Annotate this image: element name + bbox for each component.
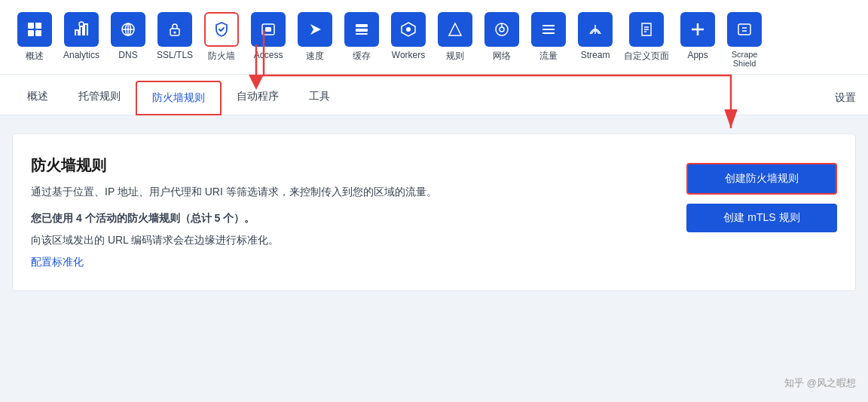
traffic-icon	[531, 12, 566, 47]
custom-pages-icon	[629, 12, 664, 47]
svg-rect-14	[356, 24, 368, 27]
cache-icon	[344, 12, 379, 47]
nav-item-firewall[interactable]: 防火墙	[199, 9, 244, 69]
rules-icon	[438, 12, 472, 47]
watermark: 知乎 @风之暇想	[784, 376, 856, 390]
nav-label-dns: DNS	[118, 50, 137, 60]
nav-label-traffic: 流量	[539, 50, 558, 63]
svg-marker-13	[310, 24, 321, 35]
sub-navigation: 概述 托管规则 防火墙规则 自动程序 工具 设置	[0, 81, 868, 115]
svg-rect-32	[738, 24, 750, 35]
nav-icons-row: 概述 Analytics DNS SSL/TLS	[12, 9, 856, 74]
nav-label-ssl: SSL/TLS	[157, 50, 193, 60]
nav-item-speed[interactable]: 速度	[292, 9, 338, 69]
card-usage-text: 您已使用 4 个活动的防火墙规则（总计 5 个）。	[31, 212, 656, 226]
create-firewall-rule-button[interactable]: 创建防火墙规则	[686, 163, 837, 195]
svg-rect-16	[356, 33, 368, 35]
content-card: 防火墙规则 通过基于位置、IP 地址、用户代理和 URI 等筛选请求，来控制传入…	[12, 133, 856, 291]
card-description: 通过基于位置、IP 地址、用户代理和 URI 等筛选请求，来控制传入到您的区域的…	[31, 183, 656, 200]
apps-icon	[680, 12, 715, 47]
card-right-section: 创建防火墙规则 创建 mTLS 规则	[686, 155, 837, 269]
network-icon	[484, 12, 519, 47]
sub-nav-tabs: 概述 托管规则 防火墙规则 自动程序 工具	[12, 81, 345, 115]
nav-item-ssl[interactable]: SSL/TLS	[152, 9, 197, 66]
nav-item-dns[interactable]: DNS	[105, 9, 151, 66]
sub-tab-overview[interactable]: 概述	[12, 81, 63, 115]
svg-rect-0	[28, 23, 34, 29]
overview-icon	[17, 12, 52, 47]
svg-rect-3	[35, 30, 41, 36]
nav-label-stream: Stream	[581, 50, 610, 60]
arrow-connector-top	[0, 75, 868, 81]
dns-icon	[111, 12, 145, 47]
card-title: 防火墙规则	[31, 155, 656, 176]
sub-tab-automations[interactable]: 自动程序	[222, 81, 294, 115]
workers-icon	[391, 12, 426, 47]
nav-item-custom-pages[interactable]: 自定义页面	[619, 9, 674, 69]
nav-item-cache[interactable]: 缓存	[339, 9, 384, 69]
speed-icon	[298, 12, 332, 47]
svg-point-18	[406, 27, 411, 32]
stream-icon	[578, 12, 613, 47]
create-mtls-rule-button[interactable]: 创建 mTLS 规则	[686, 204, 837, 232]
page-wrapper: 概述 Analytics DNS SSL/TLS	[0, 0, 868, 327]
nav-item-access[interactable]: Access	[246, 9, 291, 66]
svg-rect-15	[356, 29, 368, 32]
nav-label-custom-pages: 自定义页面	[624, 50, 669, 63]
nav-item-rules[interactable]: 规则	[432, 9, 478, 69]
scrape-shield-icon	[727, 12, 762, 47]
top-navigation: 概述 Analytics DNS SSL/TLS	[0, 0, 868, 75]
card-note-text: 向该区域发出的 URL 编码请求会在边缘进行标准化。	[31, 232, 656, 248]
svg-rect-2	[28, 30, 34, 36]
svg-point-21	[500, 27, 504, 32]
access-icon	[251, 12, 286, 47]
nav-label-apps: Apps	[687, 50, 708, 60]
nav-item-apps[interactable]: Apps	[675, 9, 720, 66]
configure-normalization-link[interactable]: 配置标准化	[31, 256, 84, 268]
nav-label-overview: 概述	[26, 50, 44, 63]
svg-marker-19	[449, 23, 461, 35]
settings-link[interactable]: 设置	[835, 82, 856, 114]
nav-item-traffic[interactable]: 流量	[526, 9, 571, 69]
nav-item-network[interactable]: 网络	[479, 9, 524, 69]
nav-item-stream[interactable]: Stream	[573, 9, 618, 66]
sub-tab-firewall-rules[interactable]: 防火墙规则	[136, 81, 222, 115]
nav-item-scrape-shield[interactable]: ScrapeShield	[722, 9, 767, 74]
sub-tab-managed-rules[interactable]: 托管规则	[63, 81, 136, 115]
nav-label-firewall: 防火墙	[208, 50, 235, 63]
nav-label-access: Access	[254, 50, 283, 60]
card-left-section: 防火墙规则 通过基于位置、IP 地址、用户代理和 URI 等筛选请求，来控制传入…	[31, 155, 656, 269]
ssl-icon	[157, 12, 192, 47]
nav-item-workers[interactable]: Workers	[386, 9, 431, 66]
svg-rect-12	[265, 27, 271, 32]
nav-label-analytics: Analytics	[63, 50, 99, 60]
svg-point-10	[174, 32, 176, 34]
nav-item-overview[interactable]: 概述	[12, 9, 57, 69]
svg-rect-1	[35, 23, 41, 29]
nav-label-rules: 规则	[446, 50, 464, 63]
nav-label-network: 网络	[493, 50, 511, 63]
nav-label-speed: 速度	[306, 50, 324, 63]
firewall-icon	[204, 12, 239, 47]
main-content: 防火墙规则 通过基于位置、IP 地址、用户代理和 URI 等筛选请求，来控制传入…	[0, 115, 868, 327]
nav-label-scrape-shield: ScrapeShield	[732, 50, 758, 68]
nav-label-cache: 缓存	[353, 50, 371, 63]
sub-tab-tools[interactable]: 工具	[294, 81, 345, 115]
nav-item-analytics[interactable]: Analytics	[59, 9, 104, 66]
nav-label-workers: Workers	[392, 50, 425, 60]
analytics-icon	[64, 12, 99, 47]
